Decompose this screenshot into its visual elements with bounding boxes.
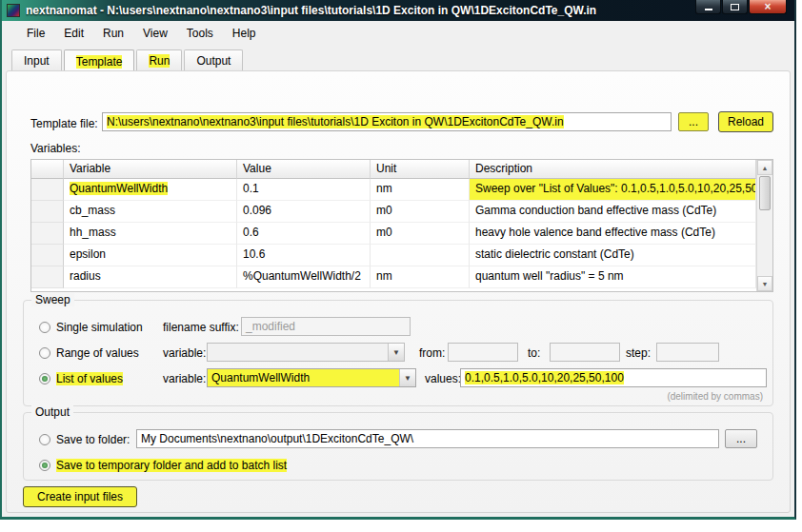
cell-value[interactable]: 10.6 (237, 245, 371, 266)
list-of-values-radio[interactable] (39, 373, 50, 384)
cell-description[interactable]: Gamma conduction band effective mass (Cd… (470, 201, 756, 223)
from-input (448, 343, 518, 362)
scroll-up-icon[interactable]: ▲ (757, 160, 772, 175)
variables-table: Variable Value Unit Description QuantumW… (30, 159, 773, 292)
cell-variable[interactable]: hh_mass (64, 223, 237, 245)
menu-tools[interactable]: Tools (177, 23, 223, 44)
cell-description[interactable]: static dielectric constant (CdTe) (470, 245, 756, 266)
sweep-group-title: Sweep (31, 293, 74, 306)
cell-unit[interactable]: m0 (371, 201, 470, 223)
save-to-temp-radio[interactable] (39, 460, 50, 471)
template-browse-button[interactable]: ... (678, 112, 709, 131)
menu-help[interactable]: Help (223, 23, 266, 44)
values-input[interactable]: 0.1,0.5,1.0,5.0,10,20,25,50,100 (460, 368, 767, 387)
single-simulation-label[interactable]: Single simulation (56, 321, 143, 334)
scrollbar-track[interactable] (757, 211, 772, 276)
app-window: nextnanomat - N:\users\nextnano\nextnano… (0, 0, 796, 520)
header-variable[interactable]: Variable (64, 160, 237, 179)
menu-view[interactable]: View (133, 23, 177, 44)
single-simulation-radio[interactable] (39, 322, 50, 333)
minimize-icon (705, 9, 712, 10)
tabstrip: Input Template Run Output (2, 46, 794, 70)
variables-label: Variables: (30, 142, 80, 155)
output-group: Output Save to folder: My Documents\next… (23, 412, 773, 481)
range-of-values-label[interactable]: Range of values (56, 346, 139, 360)
list-variable-select[interactable]: QuantumWellWidth ▼ (207, 368, 416, 387)
cell-value[interactable]: 0.1 (237, 179, 371, 201)
tab-run[interactable]: Run (136, 49, 182, 70)
to-label: to: (528, 346, 540, 360)
cell-variable[interactable]: radius (64, 266, 237, 288)
row-selector[interactable] (31, 201, 64, 223)
tab-template[interactable]: Template (64, 49, 135, 71)
cell-unit[interactable]: m0 (371, 223, 470, 245)
row-selector[interactable] (31, 223, 64, 245)
cell-value[interactable]: 0.6 (237, 223, 371, 245)
titlebar[interactable]: nextnanomat - N:\users\nextnano\nextnano… (2, 0, 794, 21)
table-header-row: Variable Value Unit Description (31, 160, 756, 179)
values-label: values: (425, 372, 461, 385)
template-file-input[interactable]: N:\users\nextnano\nextnano3\input files\… (102, 112, 672, 131)
template-file-label: Template file: (30, 117, 98, 130)
table-row[interactable]: radius %QuantumWellWidth/2 nm quantum we… (31, 266, 756, 288)
tab-input[interactable]: Input (11, 49, 62, 70)
header-value[interactable]: Value (237, 160, 371, 179)
table-vertical-scrollbar[interactable]: ▲ ▼ (756, 160, 772, 291)
template-tab-page: Template file: N:\users\nextnano\nextnan… (6, 70, 791, 513)
row-selector[interactable] (31, 179, 64, 201)
save-to-temp-label[interactable]: Save to temporary folder and add to batc… (56, 459, 287, 472)
tab-output[interactable]: Output (184, 49, 243, 70)
save-to-folder-radio[interactable] (39, 434, 50, 445)
list-of-values-label[interactable]: List of values (56, 372, 123, 385)
output-folder-input[interactable]: My Documents\nextnano\output\1DExcitonCd… (136, 429, 719, 448)
cell-variable[interactable]: QuantumWellWidth (64, 179, 237, 201)
create-input-files-button[interactable]: Create input files (23, 486, 137, 507)
menu-edit[interactable]: Edit (54, 23, 93, 44)
range-of-values-radio[interactable] (39, 347, 50, 359)
menu-file[interactable]: File (17, 23, 54, 44)
window-controls: × (694, 0, 787, 14)
cell-variable[interactable]: cb_mass (64, 201, 237, 223)
scroll-down-icon[interactable]: ▼ (757, 276, 772, 291)
scrollbar-thumb[interactable] (759, 176, 771, 210)
range-variable-select: ▼ (207, 343, 405, 362)
header-unit[interactable]: Unit (371, 160, 470, 179)
filename-suffix-label: filename suffix: (163, 321, 239, 334)
output-browse-button[interactable]: ... (725, 429, 757, 448)
table-row[interactable]: QuantumWellWidth 0.1 nm Sweep over "List… (31, 179, 756, 201)
menu-run[interactable]: Run (93, 23, 133, 44)
table-row[interactable]: epsilon 10.6 static dielectric constant … (31, 245, 756, 266)
cell-description[interactable]: Sweep over "List of Values": 0.1,0.5,1.0… (470, 179, 756, 201)
cell-description[interactable]: quantum well "radius" = 5 nm (470, 266, 756, 288)
row-selector[interactable] (31, 245, 64, 266)
delimited-hint: (delimited by commas) (667, 391, 763, 402)
header-description[interactable]: Description (470, 160, 756, 179)
to-input (550, 343, 620, 362)
variables-grid: Variable Value Unit Description QuantumW… (31, 160, 756, 291)
cell-value[interactable]: 0.096 (237, 201, 371, 223)
filename-suffix-input: _modified (241, 317, 411, 336)
cell-description[interactable]: heavy hole valence band effective mass (… (470, 223, 756, 245)
cell-value[interactable]: %QuantumWellWidth/2 (237, 266, 371, 288)
cell-unit[interactable]: nm (371, 266, 470, 288)
header-rowselector (31, 160, 64, 179)
row-selector[interactable] (31, 266, 64, 288)
save-to-folder-label[interactable]: Save to folder: (56, 433, 130, 446)
close-icon: × (764, 2, 771, 11)
sweep-group: Sweep Single simulation filename suffix:… (23, 300, 773, 406)
cell-unit[interactable] (371, 245, 470, 266)
minimize-button[interactable] (695, 0, 721, 14)
maximize-icon (731, 4, 739, 10)
cell-unit[interactable]: nm (371, 179, 470, 201)
step-input (656, 343, 719, 362)
range-variable-label: variable: (163, 346, 206, 360)
chevron-down-icon: ▼ (388, 344, 404, 361)
cell-variable[interactable]: epsilon (64, 245, 237, 266)
menubar: File Edit Run View Tools Help (2, 21, 794, 46)
reload-button[interactable]: Reload (718, 111, 773, 132)
list-variable-label: variable: (163, 372, 206, 385)
close-button[interactable]: × (749, 0, 787, 14)
table-row[interactable]: cb_mass 0.096 m0 Gamma conduction band e… (31, 201, 756, 223)
table-row[interactable]: hh_mass 0.6 m0 heavy hole valence band e… (31, 223, 756, 245)
maximize-button[interactable] (722, 0, 748, 14)
